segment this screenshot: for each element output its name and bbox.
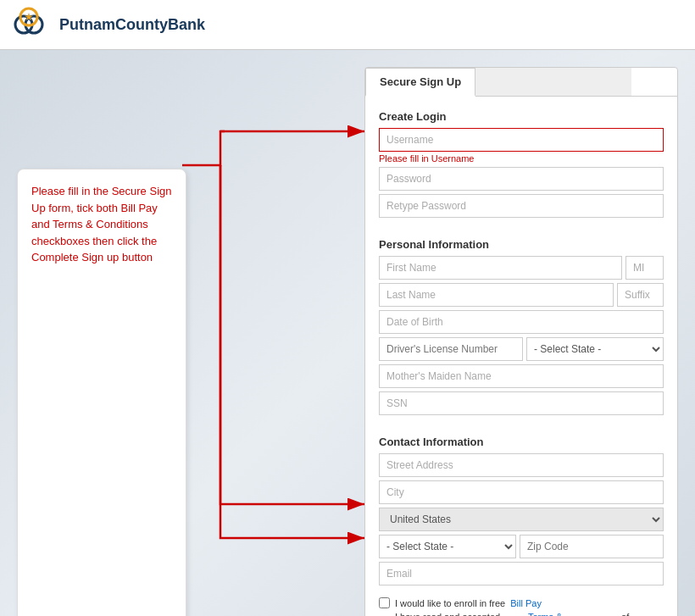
instruction-box: Please fill in the Secure Sign Up form, … — [17, 169, 186, 616]
billpay-checkbox[interactable] — [379, 597, 390, 608]
billpay-link[interactable]: Bill Pay — [510, 598, 542, 608]
instruction-text: Please fill in the Secure Sign Up form, … — [31, 185, 171, 264]
header: PutnamCountyBank — [0, 0, 695, 50]
lastname-input[interactable] — [379, 283, 614, 307]
suffix-input[interactable] — [617, 283, 664, 307]
country-select[interactable]: United States — [379, 508, 664, 531]
city-input[interactable] — [379, 480, 664, 504]
email-input[interactable] — [379, 562, 664, 585]
license-row: - Select State - — [379, 337, 664, 361]
state-select[interactable]: - Select State - — [379, 535, 516, 558]
zip-row: - Select State - — [379, 535, 664, 558]
license-state-select[interactable]: - Select State - — [526, 337, 664, 361]
main-content: Please fill in the Secure Sign Up form, … — [0, 50, 695, 616]
form-card: Secure Sign Up Create Login Please fill … — [364, 67, 678, 616]
terms-link[interactable]: Terms & Conditions — [528, 612, 609, 616]
logo-container: PutnamCountyBank — [14, 7, 205, 42]
login-section: Create Login Please fill in Username — [365, 97, 677, 225]
address-input[interactable] — [379, 453, 664, 477]
firstname-input[interactable] — [379, 256, 622, 280]
form-footer: I would like to enroll in free Bill Pay … — [365, 592, 677, 616]
lastname-row — [379, 283, 664, 307]
contact-title: Contact Information — [379, 436, 664, 448]
personal-section: Personal Information - Select State - — [365, 225, 677, 422]
logo-icon — [14, 7, 54, 42]
terms-label: I have read and accepted the — [395, 612, 515, 616]
retype-password-input[interactable] — [379, 194, 664, 218]
logo-text: PutnamCountyBank — [59, 16, 205, 34]
form-tabs: Secure Sign Up — [365, 68, 677, 97]
ssn-input[interactable] — [379, 391, 664, 415]
personal-title: Personal Information — [379, 238, 664, 251]
terms-suffix: of service. — [621, 612, 664, 616]
terms-row: I have read and accepted the Terms & Con… — [379, 612, 664, 616]
license-input[interactable] — [379, 337, 523, 361]
mi-input[interactable] — [626, 256, 664, 280]
dob-input[interactable] — [379, 310, 664, 334]
contact-section: Contact Information United States - Sele… — [365, 422, 677, 592]
billpay-label: I would like to enroll in free — [395, 598, 505, 608]
password-input[interactable] — [379, 167, 664, 191]
username-error: Please fill in Username — [379, 153, 664, 164]
tab-secure-signup[interactable]: Secure Sign Up — [365, 68, 475, 97]
country-row: United States — [379, 508, 664, 531]
username-input[interactable] — [379, 128, 664, 152]
billpay-row: I would like to enroll in free Bill Pay — [379, 597, 664, 608]
login-title: Create Login — [379, 110, 664, 123]
name-row — [379, 256, 664, 280]
zip-input[interactable] — [520, 535, 664, 558]
tab-inactive — [475, 68, 631, 96]
maiden-input[interactable] — [379, 364, 664, 388]
